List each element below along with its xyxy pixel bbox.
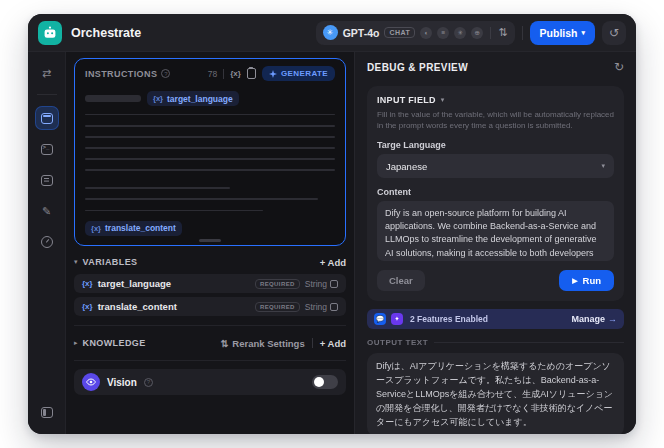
debug-preview-title: DEBUG & PREVIEW xyxy=(367,62,468,73)
refresh-icon: ↻ xyxy=(614,60,624,74)
pencil-icon: ✎ xyxy=(42,205,51,218)
skeleton-line xyxy=(85,147,335,149)
orchestrate-icon xyxy=(41,113,53,124)
copy-icon[interactable] xyxy=(247,68,256,79)
help-icon[interactable]: ? xyxy=(161,69,170,78)
divider xyxy=(522,26,523,40)
skeleton-line xyxy=(85,187,230,189)
feature-icon-conversation: 💬 xyxy=(374,313,386,325)
variable-name: target_language xyxy=(98,278,171,289)
target-language-label: Targe Language xyxy=(377,140,614,150)
clear-button[interactable]: Clear xyxy=(377,270,425,291)
output-text: Difyは、AIアプリケーションを構築するためのオープンソースプラットフォームで… xyxy=(367,353,624,434)
publish-label: Publish xyxy=(540,27,578,39)
swap-icon[interactable]: ⇄ xyxy=(35,61,59,85)
resize-handle[interactable] xyxy=(199,239,221,242)
help-icon[interactable]: ? xyxy=(144,378,153,387)
refresh-button[interactable]: ↻ xyxy=(614,60,624,74)
feature-icon-tts: ✦ xyxy=(391,313,403,325)
add-variable-button[interactable]: + Add xyxy=(320,257,346,268)
variable-row-target-language[interactable]: {x} target_language REQUIRED String xyxy=(74,274,346,293)
add-knowledge-button[interactable]: + Add xyxy=(320,338,346,349)
logs-icon xyxy=(41,175,53,186)
divider xyxy=(312,338,313,348)
instructions-title: INSTRUCTIONS xyxy=(85,69,157,79)
model-mode-badge: CHAT xyxy=(384,27,415,38)
variable-name: translate_content xyxy=(98,301,177,312)
vision-label: Vision xyxy=(107,377,137,388)
input-field-title: INPUT FIELD xyxy=(377,95,436,105)
divider xyxy=(490,27,491,39)
input-field-description: Fill in the value of the variable, which… xyxy=(377,109,614,131)
variable-glyph: {x} xyxy=(153,94,163,103)
model-name: GPT-4o xyxy=(343,27,380,39)
input-field-header[interactable]: INPUT FIELD ▾ xyxy=(377,95,614,105)
sidebar-item-preview[interactable] xyxy=(35,137,59,161)
variable-type: String xyxy=(305,279,338,289)
rerank-settings-button[interactable]: ⇅ Rerank Settings xyxy=(220,338,304,349)
capability-icon: ≡ xyxy=(437,27,449,39)
debug-preview-panel: DEBUG & PREVIEW ↻ INPUT FIELD ▾ Fill in … xyxy=(354,52,636,434)
variable-chip-target-language[interactable]: {x} target_language xyxy=(147,91,239,106)
run-button[interactable]: ▶ Run xyxy=(559,270,614,291)
manage-features-button[interactable]: Manage → xyxy=(571,314,617,324)
panel-layout-icon xyxy=(41,407,53,418)
required-badge: REQUIRED xyxy=(255,279,300,289)
sidebar-item-orchestrate[interactable] xyxy=(35,106,59,130)
variable-chip-translate-content[interactable]: {x} translate_content xyxy=(85,221,182,236)
model-params-icon[interactable]: ⇅ xyxy=(498,26,507,39)
app-window: Orchestrate ✳ GPT-4o CHAT ◐ ≡ ✳ ⊕ ⇅ Publ… xyxy=(28,14,636,434)
skeleton-line xyxy=(85,210,263,212)
instructions-editor[interactable]: INSTRUCTIONS ? 78 {x} GENERATE xyxy=(74,58,346,246)
skeleton-line xyxy=(85,95,141,102)
knowledge-section-header[interactable]: ▸ KNOWLEDGE ⇅ Rerank Settings + Add xyxy=(74,331,346,355)
type-icon xyxy=(330,280,338,288)
target-language-value: Japanese xyxy=(386,161,427,172)
rerank-label: Rerank Settings xyxy=(232,338,304,349)
sidebar-item-monitoring[interactable] xyxy=(35,230,59,254)
divider xyxy=(223,69,224,79)
chevron-down-icon: ▾ xyxy=(74,258,78,266)
char-count: 78 xyxy=(208,69,217,79)
history-button[interactable]: ↺ xyxy=(602,21,626,45)
rerank-icon: ⇅ xyxy=(220,338,228,349)
variable-row-translate-content[interactable]: {x} translate_content REQUIRED String xyxy=(74,297,346,316)
content-textarea[interactable]: Dify is an open-source platform for buil… xyxy=(377,201,614,261)
variable-glyph: {x} xyxy=(91,224,101,233)
page-title: Orchestrate xyxy=(71,26,141,40)
app-icon[interactable] xyxy=(38,21,62,45)
icon-sidebar: ⇄ ✎ xyxy=(28,52,66,434)
skeleton-line xyxy=(85,136,335,138)
sidebar-item-logs[interactable] xyxy=(35,168,59,192)
vision-toggle[interactable] xyxy=(312,375,338,389)
content-label: Content xyxy=(377,187,614,197)
model-selector[interactable]: ✳ GPT-4o CHAT ◐ ≡ ✳ ⊕ ⇅ xyxy=(316,21,515,45)
variable-type: String xyxy=(305,302,338,312)
chevron-right-icon: ▸ xyxy=(74,339,78,347)
arrow-right-icon: → xyxy=(608,314,617,324)
required-badge: REQUIRED xyxy=(255,302,300,312)
model-provider-icon: ✳ xyxy=(323,25,338,40)
chevron-down-icon: ▾ xyxy=(601,162,605,170)
divider xyxy=(74,360,346,361)
variable-glyph: {x} xyxy=(82,279,93,288)
generate-button[interactable]: GENERATE xyxy=(262,66,335,81)
knowledge-title: KNOWLEDGE xyxy=(83,338,146,348)
variable-chip-label: translate_content xyxy=(105,223,176,233)
orchestrate-panel: INSTRUCTIONS ? 78 {x} GENERATE xyxy=(66,52,354,434)
chevron-down-icon: ▾ xyxy=(581,29,585,37)
divider xyxy=(74,325,346,326)
features-bar[interactable]: 💬 ✦ 2 Features Enabled Manage → xyxy=(367,309,624,329)
insert-variable-icon[interactable]: {x} xyxy=(230,69,241,78)
variables-section-header[interactable]: ▾ VARIABLES + Add xyxy=(74,250,346,274)
input-field-card: INPUT FIELD ▾ Fill in the value of the v… xyxy=(367,86,624,301)
divider xyxy=(434,342,624,343)
skeleton-line xyxy=(85,198,318,200)
sidebar-item-annotations[interactable]: ✎ xyxy=(35,199,59,223)
capability-icon: ✳ xyxy=(454,27,466,39)
publish-button[interactable]: Publish ▾ xyxy=(530,21,595,45)
collapse-panel-button[interactable] xyxy=(35,400,59,424)
chevron-down-icon: ▾ xyxy=(441,96,445,104)
skeleton-line xyxy=(85,125,335,127)
target-language-select[interactable]: Japanese ▾ xyxy=(377,154,614,178)
